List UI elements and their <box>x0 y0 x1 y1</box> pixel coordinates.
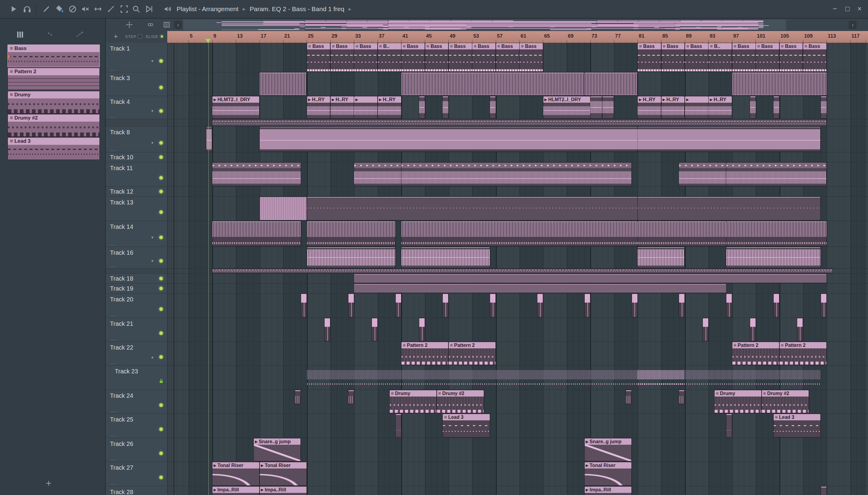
track-header-hidden-3[interactable] <box>106 119 167 126</box>
track-lane-3[interactable]: ▸ HLMT2..I_DRY▸ H..RY▸ H..RY▸▸ H..RY▸ HL… <box>167 96 868 119</box>
slice-icon[interactable] <box>106 4 116 14</box>
close-button[interactable]: × <box>854 0 865 18</box>
clip-B..[interactable]: ≡ B.. <box>378 43 401 71</box>
clip-stripline[interactable] <box>307 197 637 220</box>
clip-hit[interactable] <box>348 294 354 317</box>
clip-Drumy[interactable]: ≡ Drumy <box>715 390 761 413</box>
clip-hit[interactable] <box>419 318 425 341</box>
clip-Bass[interactable]: ≡ Bass <box>307 43 330 71</box>
track-enable-led[interactable] <box>159 59 163 63</box>
minimize-button[interactable]: − <box>830 0 840 18</box>
track-collapse-arrow-icon[interactable]: ▾ <box>151 58 153 63</box>
clip-Bass[interactable]: ≡ Bass <box>803 43 826 71</box>
pattern-card-pattern-2[interactable]: ≡ Pattern 2 <box>8 68 99 90</box>
track-header-track-11[interactable]: Track 11 <box>106 162 167 187</box>
clip-hit[interactable] <box>774 294 779 317</box>
mute-icon[interactable] <box>80 4 90 14</box>
track-header-track-28[interactable]: Track 28 <box>106 486 167 495</box>
track-enable-led[interactable] <box>159 141 163 145</box>
clip-Bass[interactable]: ≡ Bass <box>661 43 685 71</box>
play-icon[interactable] <box>9 4 18 14</box>
preview-icon[interactable] <box>144 4 153 14</box>
track-header-track-14[interactable]: Track 14...▾ <box>106 221 167 247</box>
clip-HLMT2..I_DRY[interactable]: ▸ HLMT2..I_DRY <box>543 96 590 118</box>
clip-hitS[interactable] <box>626 390 632 404</box>
slip-icon[interactable] <box>42 4 51 14</box>
track-lane-17[interactable]: ≡ Pattern 2≡ Pattern 2≡ Pattern 2≡ Patte… <box>167 342 868 365</box>
clip-hit[interactable] <box>797 318 803 341</box>
track-enable-led[interactable] <box>159 287 163 291</box>
track-header-track-1[interactable]: Track 1...▾ <box>106 43 167 72</box>
clip-hit[interactable] <box>325 318 330 341</box>
clip-stripmid[interactable] <box>307 366 685 389</box>
track-lane-22[interactable]: ▸ Tonal Riser▸ Tonal Riser▸ Tonal Riser <box>167 462 868 486</box>
clip-Bass[interactable]: ≡ Bass <box>520 43 543 71</box>
track-header-track-8[interactable]: Track 8...▾ <box>106 126 167 152</box>
track-lane-19[interactable]: ≡ Drumy≡ Drumy #2≡ Drumy≡ Drumy #2 <box>167 390 868 414</box>
clip-H..RY[interactable]: ▸ H..RY <box>661 96 685 118</box>
clip-Drumy[interactable]: ≡ Drumy <box>390 390 437 413</box>
clip-Impa..Rill[interactable]: ▸ Impa..Rill <box>585 487 632 495</box>
clip-Lead 3[interactable]: ≡ Lead 3 <box>774 414 820 437</box>
clip-hit[interactable] <box>632 294 637 317</box>
track-enable-led[interactable] <box>159 475 163 479</box>
clip-Bass[interactable]: ≡ Bass <box>331 43 354 71</box>
clip-audioS[interactable] <box>774 96 779 118</box>
track-enable-led[interactable] <box>159 210 163 214</box>
clip-HLMT2..I_DRY[interactable]: ▸ HLMT2..I_DRY <box>212 96 259 118</box>
track-header-track-22[interactable]: Track 22...▴ <box>106 342 167 365</box>
clip-midimix[interactable] <box>402 221 637 246</box>
track-enable-led[interactable] <box>159 427 163 431</box>
diamond-icon[interactable] <box>46 30 55 39</box>
track-header-track-27[interactable]: Track 27... <box>106 462 167 486</box>
track-lane-9[interactable] <box>167 197 868 221</box>
clip-stripdash[interactable] <box>212 120 826 125</box>
track-header-track-4[interactable]: Track 4...▾ <box>106 96 167 119</box>
clip-audioS[interactable] <box>490 96 495 118</box>
clip-stripdense[interactable] <box>354 284 726 293</box>
clip-H..RY[interactable]: ▸ H..RY <box>638 96 661 118</box>
clip-H..RY[interactable]: ▸ H..RY <box>307 96 330 118</box>
clip-Bass[interactable]: ≡ Bass <box>472 43 495 71</box>
track-header-track-20[interactable]: Track 20... <box>106 294 167 318</box>
clip-hit[interactable] <box>679 294 685 317</box>
clip-hit[interactable] <box>750 318 756 341</box>
clip-patS[interactable] <box>726 414 732 437</box>
pattern-card-drumy-#2[interactable]: ≡ Drumy #2 <box>8 115 99 136</box>
stretch-icon[interactable] <box>93 4 103 14</box>
clip-midimix[interactable] <box>212 221 301 246</box>
clip-Snare..g jump[interactable]: ▸ Snare..g jump <box>585 438 632 461</box>
clip-hit[interactable] <box>372 318 377 341</box>
clip-audiolong[interactable] <box>638 127 820 151</box>
magnifier-icon[interactable] <box>131 4 141 14</box>
breadcrumb-playlist[interactable]: Playlist - Arrangement <box>177 5 239 13</box>
track-enable-led[interactable] <box>159 259 163 263</box>
breadcrumb-target[interactable]: Param. EQ 2 - Bass - Band 1 freq <box>249 5 344 13</box>
clip-audioarrow[interactable]: ▸ ▸ ▸ ▸ ▸ ▸ ▸ ▸ ▸ ▸ <box>354 163 401 186</box>
clip-hitS[interactable] <box>348 390 354 404</box>
clip-Lead 3[interactable]: ≡ Lead 3 <box>443 414 489 437</box>
clip-Pattern 2[interactable]: ≡ Pattern 2 <box>449 342 495 365</box>
clip-hit[interactable] <box>301 294 307 317</box>
track-lane-15[interactable] <box>167 294 868 318</box>
track-lane-21[interactable]: ▸ Snare..g jump▸ Snare..g jump <box>167 438 868 462</box>
track-lane-1[interactable]: ≡ Bass≡ Bass≡ Bass≡ B..≡ Bass≡ Bass≡ Bas… <box>167 43 868 72</box>
clip-audioS[interactable] <box>419 96 425 118</box>
track-enable-led[interactable] <box>159 155 163 159</box>
clip-hit[interactable] <box>726 294 732 317</box>
clip-audioarrow[interactable]: ▸ ▸ ▸ ▸ ▸ ▸ ▸ ▸ ▸ ▸ ▸ ▸ ▸ ▸ ▸ ▸ ▸ ▸ ▸ ▸ … <box>726 163 826 186</box>
clip-Pattern 2[interactable]: ≡ Pattern 2 <box>780 342 826 365</box>
track-header-track-26[interactable]: Track 26... <box>106 438 167 462</box>
delete-icon[interactable] <box>68 4 78 14</box>
clip-mididense[interactable] <box>260 72 307 95</box>
track-collapse-arrow-icon[interactable]: ▴ <box>151 354 153 359</box>
track-lane-23[interactable]: ▸ Impa..Rill▸ Impa..Rill▸ Impa..Rill <box>167 486 868 495</box>
clip-audiobig[interactable] <box>726 247 820 268</box>
track-enable-led[interactable] <box>159 403 163 407</box>
clip-Bass[interactable]: ≡ Bass <box>425 43 448 71</box>
clip-audiobig[interactable] <box>638 247 685 268</box>
clip-hit[interactable] <box>703 318 708 341</box>
clip-audioS[interactable] <box>590 96 602 118</box>
track-header-track-12[interactable]: Track 12 <box>106 187 167 197</box>
track-header-track-23[interactable]: Track 23 <box>106 365 167 390</box>
